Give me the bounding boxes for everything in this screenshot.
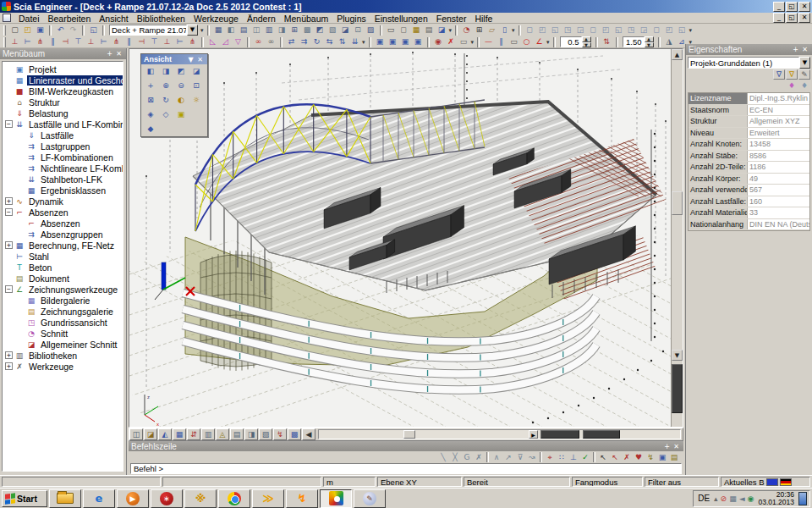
storeys-icon[interactable]: ▦ (173, 428, 186, 440)
tree-item[interactable]: TBeton (3, 262, 123, 273)
property-value[interactable]: 160 (748, 196, 809, 207)
download-tool-button[interactable]: ∗ (151, 489, 183, 508)
tree-item[interactable]: ⌐Absenzen (3, 218, 123, 229)
rotate-icon[interactable]: ↻ (310, 36, 323, 47)
zoom-in-icon[interactable]: ⊕ (158, 80, 173, 92)
more-options-icon[interactable]: ▾ (200, 27, 205, 34)
picture-gallery-icon[interactable]: ▦ (410, 25, 423, 36)
view-volumes-icon[interactable]: ▥ (263, 25, 276, 36)
tree-item[interactable]: −∠Zeichnungswerkzeuge (3, 284, 123, 295)
view-options-icon[interactable]: ▨ (365, 25, 377, 36)
close-icon[interactable]: ✕ (195, 56, 205, 64)
check-cross-icon[interactable]: ⊣ (59, 36, 72, 47)
check-connect-icon[interactable]: ⋔ (34, 36, 47, 47)
mdi-document-icon[interactable] (3, 14, 11, 22)
menu-item-ansicht[interactable]: Ansicht (95, 14, 132, 24)
menu-item-fenster[interactable]: Fenster (432, 14, 471, 24)
tree-item[interactable]: ⇓Lastfälle (3, 130, 123, 141)
zoom-window-icon[interactable]: ⊡ (189, 80, 204, 92)
tree-item[interactable]: ⇊Stahlbeton-LFK (3, 174, 123, 185)
tray-updates-icon[interactable]: ▴ (714, 494, 718, 503)
half-view-icon[interactable]: ◨ (244, 428, 258, 440)
tree-expander-icon[interactable]: − (5, 208, 13, 216)
workspace-3-icon[interactable]: ▣ (399, 36, 412, 47)
snap-perp-icon[interactable]: ⊥ (568, 452, 579, 462)
property-value[interactable]: 33 (748, 207, 809, 218)
pin-icon[interactable]: + (662, 443, 672, 450)
tree-item[interactable]: −⇊Lastfälle und LF-Kombinationen (3, 119, 123, 130)
property-value[interactable]: 49 (748, 174, 809, 185)
view-loads-icon[interactable]: ⊞ (288, 25, 301, 36)
chain-off-icon[interactable]: ∞ (265, 36, 277, 47)
deselect-icon[interactable]: ✗ (621, 452, 633, 462)
view-surfaces-icon[interactable]: ◫ (250, 25, 263, 36)
more-options-icon[interactable]: ▾ (470, 39, 475, 46)
view-layers-icon[interactable]: ◪ (339, 25, 352, 36)
named-view-2-icon[interactable]: ◰ (536, 25, 549, 36)
display-scale-spinner-value[interactable]: 1.50 (623, 36, 645, 47)
scia-engineer-button[interactable] (320, 489, 352, 508)
property-value[interactable]: 13458 (748, 139, 809, 150)
workspace-1-icon[interactable]: ▣ (374, 36, 387, 47)
snap-step-spinner-value[interactable]: 0.5 (560, 36, 582, 47)
snap-arrow-icon[interactable]: ↗ (502, 452, 514, 462)
cursor-select-red-icon[interactable]: ↖ (609, 452, 621, 462)
spin-down-icon[interactable]: ▼ (645, 42, 654, 48)
print-icon[interactable]: ▭ (385, 25, 398, 36)
close-icon[interactable]: ✕ (672, 443, 681, 450)
menu-item-menübaum[interactable]: Menübaum (280, 14, 333, 24)
tree-expander-icon[interactable]: + (5, 362, 13, 370)
explorer-folder-button[interactable] (49, 489, 81, 508)
zoom-out-icon[interactable]: ⊖ (173, 80, 189, 92)
snap-ok-icon[interactable]: ✓ (579, 452, 591, 462)
property-value[interactable]: Erweitert (748, 128, 809, 139)
doc-view-icon[interactable]: ▤ (230, 428, 244, 440)
scale-toggle-icon[interactable]: ⇅ (601, 36, 613, 47)
draw-circle-icon[interactable]: ○ (520, 36, 533, 47)
property-value[interactable]: Allgemein XYZ (748, 116, 809, 127)
render-mode-icon[interactable]: ◐ (173, 94, 189, 107)
menu-item-hilfe[interactable]: Hilfe (470, 14, 497, 24)
new-project-icon[interactable]: ▢ (8, 25, 21, 36)
model-canvas[interactable]: zx (129, 49, 671, 427)
chevron-down-icon[interactable]: ▼ (186, 56, 195, 64)
tree-item[interactable]: ■BIM-Werkzeugkasten (3, 86, 123, 97)
named-view-9-icon[interactable]: ◳ (625, 25, 638, 36)
angle-tool-icon[interactable]: ◮ (663, 36, 676, 47)
menu-item-plugins[interactable]: Plugins (332, 14, 370, 24)
named-view-11-icon[interactable]: ◻ (650, 25, 663, 36)
light-toggle-icon[interactable]: ☼ (189, 94, 204, 107)
fav-filter-icon[interactable]: ♥ (633, 452, 645, 462)
view-settings-icon[interactable]: ◆ (143, 123, 158, 135)
more-options-icon[interactable]: ▾ (448, 27, 453, 34)
check-ribs-icon[interactable]: ⊤ (148, 36, 161, 47)
tray-display-icon[interactable]: ▦ (729, 494, 737, 503)
select-polygon-icon[interactable]: ◿ (219, 36, 232, 47)
table-composer-icon[interactable]: ⊞ (473, 25, 486, 36)
check-data-1-icon[interactable]: ⊥ (161, 36, 173, 47)
media-player-button[interactable]: ▶ (117, 489, 149, 508)
zoom-extents-icon[interactable]: + (143, 80, 158, 92)
multicopy-icon[interactable]: ⇊ (348, 36, 361, 47)
copy-icon[interactable]: ⇉ (298, 36, 310, 47)
property-value[interactable]: EC-EN (748, 105, 809, 116)
draw-parallel-icon[interactable]: ∥ (495, 36, 508, 47)
cone-view-icon[interactable]: ◬ (216, 428, 229, 440)
flip-view-icon[interactable]: ⇵ (187, 428, 200, 440)
tree-item[interactable]: ▣Projekt (3, 64, 123, 75)
horizontal-scroll-thumb[interactable] (403, 430, 415, 439)
start-button[interactable]: Start (2, 490, 47, 507)
named-view-7-icon[interactable]: ◰ (600, 25, 612, 36)
tree-expander-icon[interactable]: − (5, 120, 13, 128)
property-value[interactable]: 1186 (748, 162, 809, 173)
scroll-right-button[interactable]: ▶ (529, 430, 538, 439)
tree-item[interactable]: −⌐Absenzen (3, 207, 123, 218)
more-options-icon[interactable]: ▾ (689, 27, 694, 34)
snap-tangent-icon[interactable]: ↝ (526, 452, 538, 462)
tray-network-icon[interactable]: ◉ (748, 494, 754, 503)
rotate-view-icon[interactable]: ↻ (158, 94, 173, 107)
check-nodes-icon[interactable]: ⊥ (8, 36, 21, 47)
mirror-icon[interactable]: ⇆ (323, 36, 336, 47)
ansicht-header[interactable]: Ansicht ▼ ✕ (141, 54, 207, 64)
named-view-13-icon[interactable]: ◱ (676, 25, 689, 36)
